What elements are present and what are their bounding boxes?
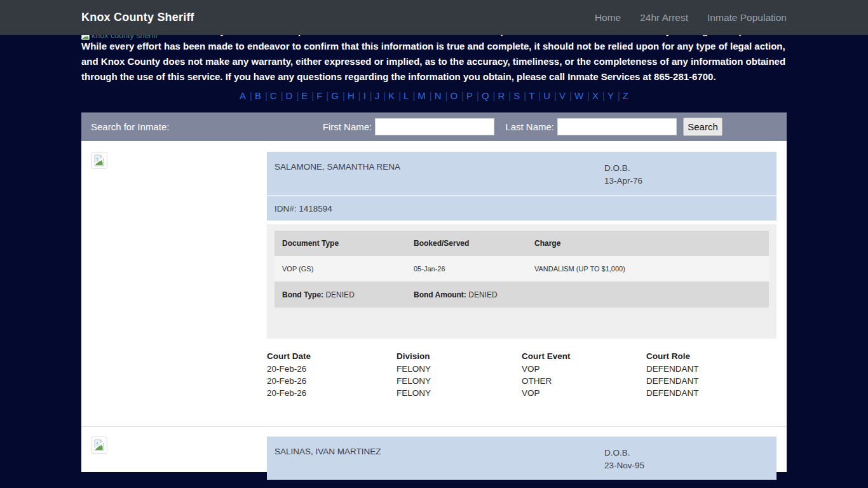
search-section-label: Search for Inmate: xyxy=(91,121,169,132)
alphabet-letter-link[interactable]: Z xyxy=(621,90,630,101)
alphabet-letter-link[interactable]: W xyxy=(573,90,591,101)
nav-link[interactable]: 24hr Arrest xyxy=(640,12,688,24)
dob-value: 23-Nov-95 xyxy=(604,459,769,472)
alphabet-letter-link[interactable]: R xyxy=(497,90,513,101)
app-title: Knox County Sheriff xyxy=(81,11,194,24)
inmate-record: SALINAS, IVAN MARTINEZ D.O.B. 23-Nov-95 xyxy=(81,437,787,480)
court-event: VOP xyxy=(522,363,646,375)
first-name-label: First Name: xyxy=(323,121,372,132)
alphabet-letter-link[interactable]: N xyxy=(433,90,449,101)
document-type: VOP (GS) xyxy=(282,265,414,273)
alphabet-nav: ABCDEFGHIJKLMNOPQRSTUVWXYZ xyxy=(81,90,787,101)
alphabet-letter-link[interactable]: L xyxy=(402,90,416,101)
record-divider xyxy=(81,426,787,427)
dob-label: D.O.B. xyxy=(604,447,769,459)
nav-links: Home24hr ArrestInmate Population xyxy=(595,12,787,24)
alphabet-letter-link[interactable]: Q xyxy=(480,90,497,101)
col-court-event: Court Event xyxy=(522,349,646,363)
alphabet-letter-link[interactable]: B xyxy=(254,90,269,101)
booked-served-date: 05-Jan-26 xyxy=(414,265,534,273)
document-row: VOP (GS) 05-Jan-26 VANDALISM (UP TO $1,0… xyxy=(275,256,769,281)
alphabet-letter-link[interactable]: T xyxy=(527,90,542,101)
bond-type-label: Bond Type: xyxy=(282,290,323,299)
court-role: DEFENDANT xyxy=(646,363,776,375)
first-name-input[interactable] xyxy=(375,118,494,135)
col-document-type: Document Type xyxy=(282,239,414,248)
charge: VANDALISM (UP TO $1,000) xyxy=(534,265,769,273)
alphabet-letter-link[interactable]: X xyxy=(591,90,606,101)
bond-row: Bond Type: DENIED Bond Amount: DENIED xyxy=(275,281,769,308)
alphabet-letter-link[interactable]: P xyxy=(465,90,480,101)
court-rows: 20-Feb-26 FELONY VOP DEFENDANT 20-Feb-26… xyxy=(267,363,776,400)
alphabet-letter-link[interactable]: M xyxy=(416,90,433,101)
alphabet-letter-link[interactable]: Y xyxy=(606,90,621,101)
court-event: OTHER xyxy=(522,375,646,387)
alphabet-letter-link[interactable]: A xyxy=(238,90,254,101)
bond-amount-value: DENIED xyxy=(468,290,497,299)
last-name-label: Last Name: xyxy=(505,121,554,132)
inmate-results: SALAMONE, SAMANTHA RENA D.O.B. 13-Apr-76… xyxy=(81,141,787,472)
broken-image-icon xyxy=(93,439,105,451)
court-event: VOP xyxy=(522,387,646,399)
nav-link[interactable]: Inmate Population xyxy=(707,12,787,24)
dob-value: 13-Apr-76 xyxy=(604,175,769,187)
alphabet-letter-link[interactable]: O xyxy=(449,90,465,101)
inmate-photo-broken-image xyxy=(91,152,107,169)
alphabet-letter-link[interactable]: U xyxy=(542,90,558,101)
bond-type-value: DENIED xyxy=(325,290,354,299)
dob-label: D.O.B. xyxy=(604,162,769,175)
division: FELONY xyxy=(397,387,522,399)
navbar: Knox County Sheriff Home24hr ArrestInmat… xyxy=(0,0,868,35)
bond-amount-label: Bond Amount: xyxy=(414,290,466,299)
alphabet-letter-link[interactable]: S xyxy=(512,90,527,101)
division: FELONY xyxy=(397,363,522,375)
nav-link[interactable]: Home xyxy=(595,12,621,24)
court-row: 20-Feb-26 FELONY VOP DEFENDANT xyxy=(267,387,776,399)
alphabet-letter-link[interactable]: H xyxy=(346,90,362,101)
inmate-search-bar: Search for Inmate: First Name: Last Name… xyxy=(81,112,787,141)
bond-amount: Bond Amount: DENIED xyxy=(414,290,534,299)
alphabet-letter-link[interactable]: F xyxy=(315,90,330,101)
alphabet-letter-link[interactable]: E xyxy=(300,90,315,101)
inmate-idn: IDN#: 1418594 xyxy=(267,195,776,220)
search-button[interactable]: Search xyxy=(683,118,722,136)
court-role: DEFENDANT xyxy=(646,387,776,399)
disclaimer-section: knox county sheriff DISCLAIMER: The Knox… xyxy=(0,24,868,101)
last-name-input[interactable] xyxy=(557,118,677,135)
documents-header-row: Document Type Booked/Served Charge xyxy=(275,231,769,256)
alphabet-letter-link[interactable]: K xyxy=(387,90,402,101)
alphabet-letter-link[interactable]: V xyxy=(558,90,573,101)
inmate-card-header: SALINAS, IVAN MARTINEZ D.O.B. 23-Nov-95 xyxy=(267,437,776,480)
inmate-card: SALAMONE, SAMANTHA RENA D.O.B. 13-Apr-76… xyxy=(267,152,776,400)
col-division: Division xyxy=(397,349,522,363)
court-row: 20-Feb-26 FELONY VOP DEFENDANT xyxy=(267,363,776,375)
court-date: 20-Feb-26 xyxy=(267,387,397,399)
court-date: 20-Feb-26 xyxy=(267,363,397,375)
inmate-photo-broken-image xyxy=(91,437,107,454)
inmate-dob: D.O.B. 23-Nov-95 xyxy=(604,447,769,480)
documents-rows: VOP (GS) 05-Jan-26 VANDALISM (UP TO $1,0… xyxy=(275,256,769,281)
court-header-row: Court Date Division Court Event Court Ro… xyxy=(267,349,776,363)
col-court-date: Court Date xyxy=(267,349,397,363)
court-row: 20-Feb-26 FELONY OTHER DEFENDANT xyxy=(267,375,776,387)
inmate-record: SALAMONE, SAMANTHA RENA D.O.B. 13-Apr-76… xyxy=(81,141,787,400)
court-section: Court Date Division Court Event Court Ro… xyxy=(267,349,776,400)
alphabet-letter-link[interactable]: I xyxy=(362,90,374,101)
bond-type: Bond Type: DENIED xyxy=(282,290,414,299)
col-court-role: Court Role xyxy=(646,349,776,363)
documents-section: Document Type Booked/Served Charge VOP (… xyxy=(267,224,776,339)
col-booked-served: Booked/Served xyxy=(414,239,534,248)
col-charge: Charge xyxy=(534,239,769,248)
inmate-name: SALINAS, IVAN MARTINEZ xyxy=(275,447,604,480)
alphabet-letter-link[interactable]: D xyxy=(285,90,301,101)
inmate-card: SALINAS, IVAN MARTINEZ D.O.B. 23-Nov-95 xyxy=(267,437,776,480)
court-role: DEFENDANT xyxy=(646,375,776,387)
inmate-name: SALAMONE, SAMANTHA RENA xyxy=(275,162,604,195)
inmate-card-header: SALAMONE, SAMANTHA RENA D.O.B. 13-Apr-76 xyxy=(267,152,776,195)
division: FELONY xyxy=(397,375,522,387)
alphabet-letter-link[interactable]: C xyxy=(269,90,285,101)
inmate-dob: D.O.B. 13-Apr-76 xyxy=(604,162,769,195)
alphabet-letter-link[interactable]: J xyxy=(374,90,387,101)
court-date: 20-Feb-26 xyxy=(267,375,397,387)
alphabet-letter-link[interactable]: G xyxy=(330,90,346,101)
